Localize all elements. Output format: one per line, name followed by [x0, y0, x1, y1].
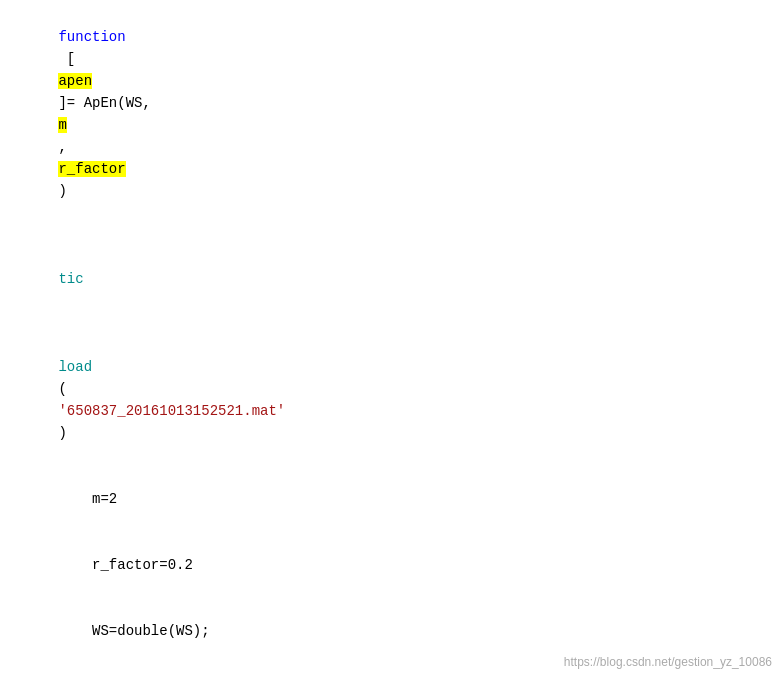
code-editor: function [ apen ]= ApEn(WS, m , r_factor…	[0, 0, 780, 677]
watermark: https://blog.csdn.net/gestion_yz_10086	[564, 655, 772, 669]
m-highlight: m	[58, 117, 66, 133]
code-line-4: m=2	[0, 466, 780, 532]
keyword-function: function	[58, 29, 125, 45]
code-line-5: r_factor=0.2	[0, 532, 780, 598]
code-line-2: tic	[0, 224, 780, 312]
code-line-3: load ( '650837_20161013152521.mat' )	[0, 312, 780, 466]
rfactor-highlight: r_factor	[58, 161, 125, 177]
code-line-1: function [ apen ]= ApEn(WS, m , r_factor…	[0, 4, 780, 224]
apen-highlight: apen	[58, 73, 92, 89]
